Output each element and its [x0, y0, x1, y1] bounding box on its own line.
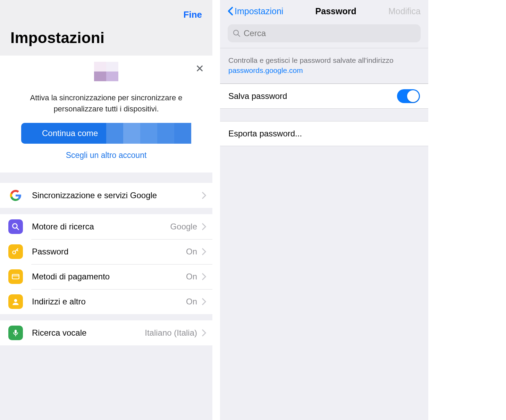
settings-topbar: Fine — [0, 0, 212, 22]
row-value: On — [186, 247, 197, 257]
row-label: Password — [32, 247, 186, 257]
sync-promo-card: ✕ Attiva la sincronizzazione per sincron… — [0, 56, 212, 173]
svg-line-8 — [238, 35, 240, 36]
search-engine-icon — [8, 219, 23, 234]
row-label: Ricerca vocale — [32, 328, 145, 338]
chevron-right-icon — [202, 223, 206, 230]
row-value: On — [186, 297, 197, 306]
password-nav: Impostazioni Password Modifica — [220, 0, 428, 22]
continue-as-button[interactable]: Continua come — [21, 123, 191, 144]
chevron-left-icon — [228, 7, 233, 16]
row-save-password[interactable]: Salva password — [220, 84, 428, 109]
chevron-right-icon — [202, 298, 206, 305]
row-voice-search[interactable]: Ricerca vocale Italiano (Italia) — [0, 320, 212, 345]
password-pane: Impostazioni Password Modifica Controlla… — [220, 0, 428, 420]
settings-pane: Fine Impostazioni ✕ Attiva la sincronizz… — [0, 0, 212, 420]
row-payments[interactable]: Metodi di pagamento On — [0, 264, 212, 289]
chevron-right-icon — [202, 248, 206, 255]
passwords-google-link[interactable]: passwords.google.com — [228, 66, 303, 74]
avatar-placeholder — [94, 62, 118, 86]
row-label: Indirizzi e altro — [32, 297, 186, 306]
svg-rect-3 — [12, 274, 19, 279]
redacted-name — [106, 123, 191, 144]
row-value: Google — [170, 222, 197, 232]
key-icon — [8, 244, 23, 259]
row-label: Esporta password... — [228, 129, 302, 138]
done-button[interactable]: Fine — [184, 9, 202, 20]
save-password-toggle[interactable] — [397, 89, 420, 103]
back-button[interactable]: Impostazioni — [228, 6, 283, 16]
search-bar[interactable] — [228, 24, 421, 42]
info-block: Controlla e gestisci le password salvate… — [220, 48, 428, 84]
svg-point-7 — [234, 30, 238, 35]
sync-description: Attiva la sincronizzazione per sincroniz… — [21, 92, 192, 115]
row-value: Italiano (Italia) — [145, 328, 197, 338]
chevron-right-icon — [202, 192, 206, 199]
row-label: Metodi di pagamento — [32, 272, 186, 282]
back-label: Impostazioni — [235, 6, 283, 16]
row-password[interactable]: Password On — [0, 239, 212, 264]
card-icon — [8, 269, 23, 284]
svg-rect-6 — [15, 330, 17, 334]
chevron-right-icon — [202, 273, 206, 280]
row-search-engine[interactable]: Motore di ricerca Google — [0, 214, 212, 239]
row-addresses[interactable]: Indirizzi e altro On — [0, 289, 212, 314]
row-sync-services[interactable]: Sincronizzazione e servizi Google — [0, 183, 212, 208]
contact-icon — [8, 294, 23, 309]
svg-point-5 — [14, 299, 17, 302]
close-icon[interactable]: ✕ — [195, 62, 204, 75]
row-label: Salva password — [228, 91, 287, 101]
row-value: On — [186, 272, 197, 282]
google-icon — [8, 188, 23, 203]
search-input[interactable] — [244, 28, 416, 38]
chevron-right-icon — [202, 329, 206, 336]
row-label: Sincronizzazione e servizi Google — [32, 191, 202, 200]
row-export-password[interactable]: Esporta password... — [220, 121, 428, 146]
continue-label: Continua come — [42, 128, 98, 138]
title-wrap: Impostazioni — [0, 22, 212, 56]
svg-line-1 — [17, 228, 18, 229]
search-wrap — [220, 22, 428, 48]
row-label: Motore di ricerca — [32, 222, 170, 232]
choose-account-link[interactable]: Scegli un altro account — [66, 151, 147, 160]
search-icon — [233, 29, 241, 37]
page-title: Impostazioni — [10, 29, 202, 47]
microphone-icon — [8, 326, 23, 340]
nav-title: Password — [315, 6, 356, 16]
info-text: Controlla e gestisci le password salvate… — [228, 56, 394, 64]
toggle-knob — [407, 90, 419, 102]
edit-button[interactable]: Modifica — [388, 6, 421, 16]
